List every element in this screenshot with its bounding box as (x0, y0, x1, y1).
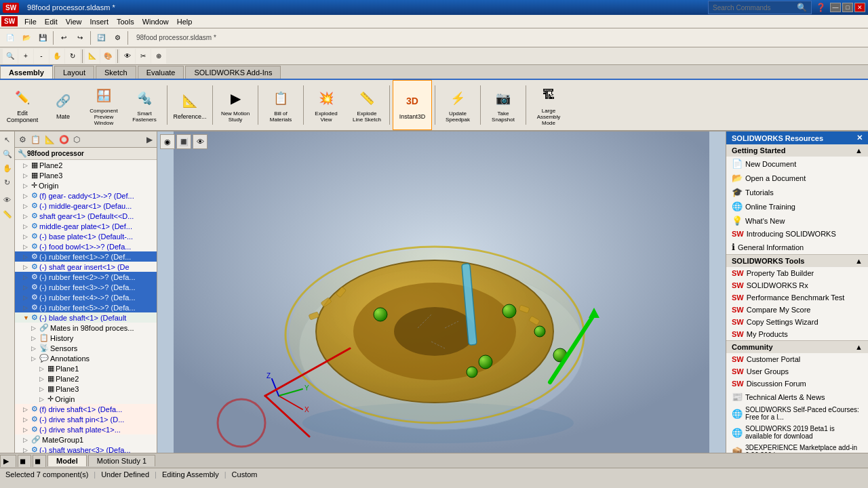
smart-fasteners-btn[interactable]: 🔩 SmartFasteners (125, 80, 164, 130)
ft-icon4[interactable]: ⭕ (58, 134, 71, 146)
ft-drive-shaft-expand[interactable]: ▷ (23, 406, 31, 413)
reference-btn[interactable]: 📐 Reference... (170, 80, 210, 130)
temp-axes-button[interactable]: ⊕ (151, 49, 166, 64)
ft-middle-gear-expand[interactable]: ▷ (23, 203, 31, 209)
tab-evaluate[interactable]: Evaluate (138, 66, 184, 79)
res-intro-sw[interactable]: SW Introducing SOLIDWORKS (726, 228, 868, 240)
ft-mates-98food[interactable]: ▷ 🔗 Mates in 98food proces... (15, 323, 157, 333)
ft-plane2-sub-expand[interactable]: ▷ (39, 375, 47, 382)
ft-plane3-sub[interactable]: ▷ ▦ Plane3 (15, 384, 157, 394)
large-assembly-mode-btn[interactable]: 🏗 Large AssemblyMode (529, 80, 568, 130)
update-speedpak-btn[interactable]: ⚡ UpdateSpeedpak (438, 80, 477, 130)
tab-motion-study[interactable]: Motion Study 1 (88, 455, 155, 466)
ft-plane2[interactable]: ▷ ▦ Plane2 (15, 160, 157, 170)
res-my-products[interactable]: SW My Products (726, 328, 868, 340)
ft-shaft-washer-expand[interactable]: ▷ (23, 447, 31, 453)
help-icon[interactable]: ❓ (816, 3, 826, 12)
ft-plane3[interactable]: ▷ ▦ Plane3 (15, 170, 157, 180)
pan-button[interactable]: ✋ (50, 49, 64, 64)
ft-shaft-gear[interactable]: ▷ ⚙ shaft gear<1> (Default<<D... (15, 211, 157, 221)
res-compare-score[interactable]: SW Compare My Score (726, 304, 868, 316)
sw-tools-header[interactable]: SOLIDWORKS Tools ▲ (726, 255, 868, 267)
new-motion-study-btn[interactable]: ▶ New MotionStudy (216, 80, 255, 130)
close-button[interactable]: ✕ (854, 3, 865, 12)
ft-icon3[interactable]: 📐 (43, 134, 56, 146)
ft-plane1-expand[interactable]: ▷ (39, 365, 47, 372)
ft-origin-sub[interactable]: ▷ ✛ Origin (15, 394, 157, 404)
community-toggle[interactable]: ▲ (855, 343, 863, 351)
tab-layout[interactable]: Layout (54, 66, 94, 79)
menu-edit[interactable]: Edit (41, 17, 62, 26)
ft-food-bowl-expand[interactable]: ▷ (23, 243, 31, 250)
ft-blade-shaft-expand[interactable]: ▼ (23, 314, 31, 321)
ft-shaft-gear-expand[interactable]: ▷ (23, 213, 31, 220)
ft-drive-shaft-pin-expand[interactable]: ▷ (23, 416, 31, 423)
ft-middle-gear-plate[interactable]: ▷ ⚙ middle-gear plate<1> (Def... (15, 221, 157, 231)
res-tutorials[interactable]: 🎓 Tutorials (726, 185, 868, 199)
ft-base-plate-expand[interactable]: ▷ (23, 233, 31, 240)
ft-expand-all[interactable]: ▶ (145, 134, 154, 146)
zoom-in-button[interactable]: + (18, 49, 33, 64)
menu-file[interactable]: File (20, 17, 41, 26)
ft-icon1[interactable]: ⚙ (18, 134, 28, 146)
getting-started-header[interactable]: Getting Started ▲ (726, 144, 868, 157)
ft-rubber-feet3-expand[interactable]: ▷ (23, 284, 31, 291)
menu-window[interactable]: Window (138, 17, 173, 26)
ft-rubber-feet3[interactable]: ▷ ⚙ (-) rubber feet<3>->? (Defa... (15, 282, 157, 292)
zoom-fit-button[interactable]: 🔍 (3, 49, 18, 64)
measure-tool[interactable]: 📏 (1, 207, 14, 221)
ft-annotations-expand[interactable]: ▷ (31, 355, 39, 362)
ft-drive-shaft-plate[interactable]: ▷ ⚙ (-) drive shaft plate<1>... (15, 424, 157, 434)
new-button[interactable]: 📄 (3, 30, 18, 45)
vp-display-btn[interactable]: 🔳 (176, 134, 191, 149)
view-orient-button[interactable]: 📐 (85, 49, 100, 64)
display-style-button[interactable]: 🎨 (100, 49, 115, 64)
undo-button[interactable]: ↩ (56, 30, 71, 45)
exploded-view-btn[interactable]: 💥 ExplodedView (307, 80, 346, 130)
zoom-tool[interactable]: 🔍 (1, 147, 14, 161)
tab-model[interactable]: Model (47, 455, 87, 466)
res-sw-rx[interactable]: SW SOLIDWORKS Rx (726, 279, 868, 291)
ft-middle-gear-plate-expand[interactable]: ▷ (23, 223, 31, 230)
res-online-training[interactable]: 🌐 Online Training (726, 199, 868, 214)
ft-drive-shaft[interactable]: ▷ ⚙ (f) drive shaft<1> (Defa... (15, 404, 157, 414)
ft-rubber-feet5-expand[interactable]: ▷ (23, 304, 31, 311)
menu-help[interactable]: Help (173, 17, 197, 26)
ft-middle-gear[interactable]: ▷ ⚙ (-) middle-gear<1> (Defau... (15, 201, 157, 211)
ft-rubber-feet1-expand[interactable]: ▷ (23, 253, 31, 260)
tab-assembly[interactable]: Assembly (0, 65, 53, 79)
explode-line-sketch-btn[interactable]: 📏 ExplodeLine Sketch (347, 80, 387, 130)
ft-shaft-gear-insert[interactable]: ▷ ⚙ (-) shaft gear insert<1> (De (15, 262, 157, 272)
ft-gear-caddy[interactable]: ▷ ⚙ (f) gear- caddy<1>->? (Def... (15, 190, 157, 201)
edit-component-btn[interactable]: ✏️ EditComponent (3, 80, 42, 130)
hide-tool[interactable]: 👁 (1, 193, 14, 207)
menu-insert[interactable]: Insert (85, 17, 113, 26)
ft-plane3-expand[interactable]: ▷ (23, 172, 31, 179)
rotate-tool[interactable]: ↻ (1, 176, 14, 189)
res-benchmark[interactable]: SW Performance Benchmark Test (726, 291, 868, 304)
ft-history[interactable]: ▷ 📋 History (15, 333, 157, 343)
res-3dex[interactable]: 📦 3DEXPERIENCE Marketplace add-in 6.26.3… (726, 442, 868, 453)
ft-rubber-feet4-expand[interactable]: ▷ (23, 294, 31, 301)
rotate-button[interactable]: ↻ (65, 49, 80, 64)
ft-plane3-sub-expand[interactable]: ▷ (39, 386, 47, 392)
res-discussion-forum[interactable]: SW Discussion Forum (726, 378, 868, 390)
tab-addins[interactable]: SOLIDWORKS Add-Ins (185, 66, 281, 79)
ft-rubber-feet5[interactable]: ▷ ⚙ (-) rubber feet<5>->? (Defa... (15, 302, 157, 312)
res-whats-new[interactable]: 💡 What's New (726, 214, 868, 228)
ft-blade-shaft[interactable]: ▼ ⚙ (-) blade shaft<1> (Default (15, 312, 157, 323)
res-general-info[interactable]: ℹ General Information (726, 240, 868, 254)
select-tool[interactable]: ↖ (1, 133, 14, 146)
ft-sensors[interactable]: ▷ 📡 Sensors (15, 343, 157, 353)
ft-drive-shaft-plate-expand[interactable]: ▷ (23, 426, 31, 433)
res-user-groups[interactable]: SW User Groups (726, 365, 868, 378)
ft-mate-group1[interactable]: ▷ 🔗 MateGroup1 (15, 434, 157, 445)
ft-rubber-feet1[interactable]: ▷ ⚙ (-) rubber feet<1>->? (Def... (15, 251, 157, 262)
pan-tool[interactable]: ✋ (1, 161, 14, 175)
res-new-document[interactable]: 📄 New Document (726, 157, 868, 171)
res-customer-portal[interactable]: SW Customer Portal (726, 353, 868, 365)
getting-started-toggle[interactable]: ▲ (855, 146, 863, 155)
res-copy-settings[interactable]: SW Copy Settings Wizard (726, 316, 868, 328)
ft-drive-shaft-pin[interactable]: ▷ ⚙ (-) drive shaft pin<1> (D... (15, 414, 157, 424)
community-header[interactable]: Community ▲ (726, 341, 868, 353)
